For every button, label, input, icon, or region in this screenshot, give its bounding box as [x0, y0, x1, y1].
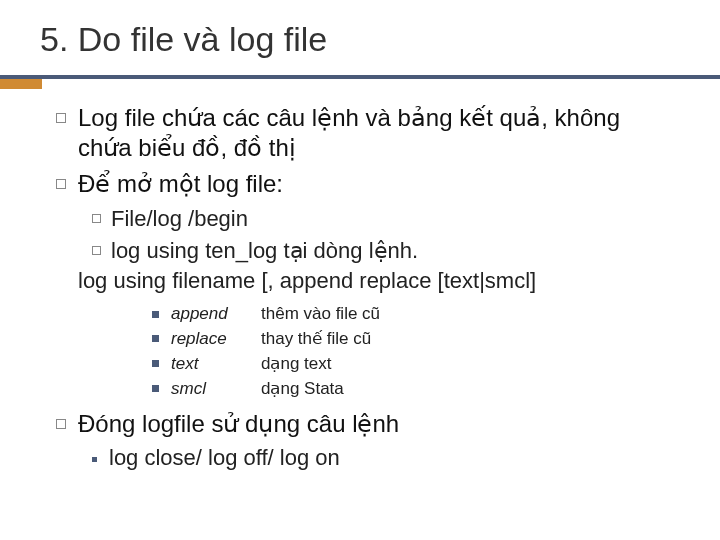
- bullet-text: Đóng logfile sử dụng câu lệnh: [78, 409, 399, 439]
- content: Log file chứa các câu lệnh và bảng kết q…: [0, 89, 720, 471]
- list-item: append thêm vào file cũ: [152, 304, 680, 324]
- square-bullet-icon: [56, 179, 66, 189]
- option-term: text: [171, 354, 261, 374]
- option-desc: thêm vào file cũ: [261, 304, 380, 324]
- option-term: replace: [171, 329, 261, 349]
- divider-spacer: [42, 79, 720, 89]
- option-list: append thêm vào file cũ replace thay thế…: [152, 304, 680, 399]
- option-desc: dạng text: [261, 353, 332, 374]
- list-item: smcl dạng Stata: [152, 378, 680, 399]
- accent-block: [0, 79, 42, 89]
- option-desc: dạng Stata: [261, 378, 344, 399]
- option-term: append: [171, 304, 261, 324]
- option-term: smcl: [171, 379, 261, 399]
- list-item: File/log /begin: [92, 205, 680, 233]
- close-text: log close/ log off/ log on: [109, 445, 340, 471]
- filled-square-icon: [152, 385, 159, 392]
- option-desc: thay thế file cũ: [261, 328, 371, 349]
- bullet-text: Log file chứa các câu lệnh và bảng kết q…: [78, 103, 680, 163]
- bullet-list: Đóng logfile sử dụng câu lệnh: [56, 409, 680, 439]
- square-bullet-icon: [56, 419, 66, 429]
- square-bullet-icon: [56, 113, 66, 123]
- square-bullet-icon: [92, 214, 101, 223]
- dot-icon: [92, 457, 97, 462]
- divider-bottom-row: [0, 79, 720, 89]
- title-wrap: 5. Do file và log file: [0, 20, 720, 59]
- list-item: text dạng text: [152, 353, 680, 374]
- list-item: replace thay thế file cũ: [152, 328, 680, 349]
- list-item: Log file chứa các câu lệnh và bảng kết q…: [56, 103, 680, 163]
- filled-square-icon: [152, 335, 159, 342]
- syntax-line: log using filename [, append replace [te…: [78, 268, 680, 294]
- close-list: log close/ log off/ log on: [92, 445, 680, 471]
- sub-list: File/log /begin log using ten_log tại dò…: [92, 205, 680, 264]
- sub-text: log using ten_log tại dòng lệnh.: [111, 237, 418, 265]
- divider: [0, 75, 720, 89]
- sub-text: File/log /begin: [111, 205, 248, 233]
- bullet-text: Để mở một log file:: [78, 169, 283, 199]
- filled-square-icon: [152, 311, 159, 318]
- list-item: log close/ log off/ log on: [92, 445, 680, 471]
- page-title: 5. Do file và log file: [40, 20, 720, 59]
- square-bullet-icon: [92, 246, 101, 255]
- list-item: Đóng logfile sử dụng câu lệnh: [56, 409, 680, 439]
- list-item: log using ten_log tại dòng lệnh.: [92, 237, 680, 265]
- list-item: Để mở một log file:: [56, 169, 680, 199]
- filled-square-icon: [152, 360, 159, 367]
- bullet-list: Log file chứa các câu lệnh và bảng kết q…: [56, 103, 680, 199]
- slide: 5. Do file và log file Log file chứa các…: [0, 0, 720, 540]
